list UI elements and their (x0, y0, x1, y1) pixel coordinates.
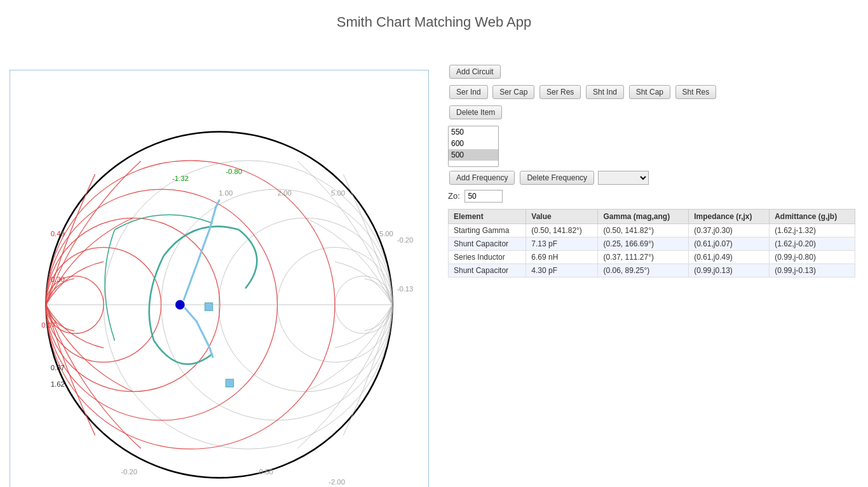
table-cell-gamma: (0.25, 166.69°) (598, 237, 689, 251)
svg-text:2.00: 2.00 (278, 189, 292, 197)
freq-option-600[interactable]: 600 (449, 138, 498, 149)
table-row[interactable]: Shunt Capacitor4.30 pF(0.06, 89.25°)(0.9… (449, 264, 855, 277)
frequency-dropdown[interactable] (598, 171, 649, 185)
svg-text:-0.50: -0.50 (257, 468, 273, 476)
table-cell-gamma: (0.50, 141.82°) (598, 224, 689, 237)
add-frequency-button[interactable]: Add Frequency (449, 171, 515, 185)
sht-cap-button[interactable]: Sht Cap (629, 85, 670, 99)
table-cell-admittance: (1.62,j-0.20) (770, 237, 855, 251)
add-circuit-button[interactable]: Add Circuit (449, 65, 501, 79)
table-cell-value: (0.50, 141.82°) (526, 224, 598, 237)
ser-cap-button[interactable]: Ser Cap (492, 85, 534, 99)
table-cell-element: Starting Gamma (449, 224, 526, 237)
table-cell-impedance: (0.99,j0.13) (689, 264, 770, 277)
table-body: Starting Gamma(0.50, 141.82°)(0.50, 141.… (449, 224, 855, 277)
svg-point-15 (175, 300, 185, 310)
table-row[interactable]: Series Inductor6.69 nH(0.37, 111.27°)(0.… (449, 251, 855, 264)
element-buttons-row: Ser Ind Ser Cap Ser Res Sht Ind Sht Cap … (448, 84, 855, 100)
col-element: Element (449, 210, 526, 224)
zo-row: Zo: (448, 190, 855, 203)
freq-option-500[interactable]: 500 (449, 149, 498, 161)
col-admittance: Admittance (g,jb) (770, 210, 855, 224)
svg-text:0.49: 0.49 (51, 230, 65, 237)
svg-text:-0.13: -0.13 (397, 285, 414, 293)
table-cell-element: Shunt Capacitor (449, 264, 526, 277)
controls-panel: Add Circuit Ser Ind Ser Cap Ser Res Sht … (429, 0, 868, 487)
smith-chart: 1.00 2.00 5.00 -0.13 -0.20 0.49 0.30 0.0… (10, 70, 429, 487)
table-cell-impedance: (0.61,j0.07) (689, 237, 770, 251)
table-cell-admittance: (1.62,j-1.32) (770, 224, 855, 237)
table-cell-element: Shunt Capacitor (449, 237, 526, 251)
delete-frequency-button[interactable]: Delete Frequency (520, 171, 594, 185)
zo-input[interactable] (465, 190, 503, 203)
table-header-row: Element Value Gamma (mag,ang) Impedance … (449, 210, 855, 224)
svg-rect-13 (205, 303, 212, 310)
page-title: Smith Chart Matching Web App (0, 14, 868, 30)
svg-text:-0.20: -0.20 (121, 468, 137, 476)
sht-ind-button[interactable]: Sht Ind (586, 85, 624, 99)
delete-item-button[interactable]: Delete Item (449, 105, 502, 119)
svg-text:-1.32: -1.32 (172, 175, 189, 182)
svg-text:5.00: 5.00 (331, 189, 345, 197)
circuit-table: Element Value Gamma (mag,ang) Impedance … (448, 209, 855, 277)
table-cell-gamma: (0.06, 89.25°) (598, 264, 689, 277)
table-cell-value: 4.30 pF (526, 264, 598, 277)
table-cell-value: 7.13 pF (526, 237, 598, 251)
svg-text:0.07: 0.07 (41, 321, 55, 329)
svg-text:5.00: 5.00 (379, 230, 393, 237)
table-cell-impedance: (0.61,j0.49) (689, 251, 770, 264)
table-cell-value: 6.69 nH (526, 251, 598, 264)
svg-rect-14 (226, 379, 233, 387)
table-row[interactable]: Shunt Capacitor7.13 pF(0.25, 166.69°)(0.… (449, 237, 855, 251)
table-cell-gamma: (0.37, 111.27°) (598, 251, 689, 264)
table-cell-impedance: (0.37,j0.30) (689, 224, 770, 237)
table-row[interactable]: Starting Gamma(0.50, 141.82°)(0.50, 141.… (449, 224, 855, 237)
svg-text:1.00: 1.00 (219, 189, 233, 197)
col-gamma: Gamma (mag,ang) (598, 210, 689, 224)
svg-text:0.37: 0.37 (51, 364, 65, 371)
svg-text:1.62: 1.62 (51, 380, 65, 388)
table-cell-element: Series Inductor (449, 251, 526, 264)
svg-text:-2.00: -2.00 (329, 478, 345, 486)
svg-text:0.30: 0.30 (51, 276, 65, 283)
delete-row: Delete Item (448, 104, 855, 121)
frequency-container: 550 600 500 Add Frequency Delete Frequen… (448, 126, 855, 186)
ser-ind-button[interactable]: Ser Ind (449, 85, 488, 99)
ser-res-button[interactable]: Ser Res (539, 85, 581, 99)
col-impedance: Impedance (r,jx) (689, 210, 770, 224)
table-cell-admittance: (0.99,j-0.13) (770, 264, 855, 277)
svg-text:-0.20: -0.20 (397, 236, 414, 244)
freq-option-550[interactable]: 550 (449, 126, 498, 138)
zo-label: Zo: (448, 191, 460, 201)
sht-res-button[interactable]: Sht Res (675, 85, 717, 99)
svg-text:-0.80: -0.80 (226, 168, 242, 175)
col-value: Value (526, 210, 598, 224)
add-circuit-row: Add Circuit (448, 63, 855, 80)
frequency-list[interactable]: 550 600 500 (448, 126, 499, 167)
table-cell-admittance: (0.99,j-0.80) (770, 251, 855, 264)
